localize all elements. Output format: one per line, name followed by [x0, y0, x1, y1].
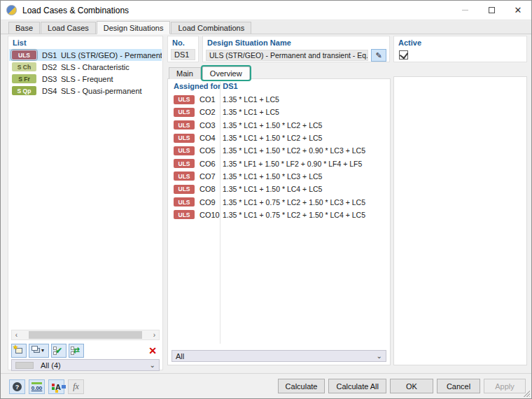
minimize-button	[451, 1, 478, 20]
renumber-button[interactable]: ⇄	[69, 344, 84, 358]
combination-row[interactable]: ULS CO9 1.35 * LC1 + 0.75 * LC2 + 1.50 *…	[169, 195, 389, 208]
combination-row[interactable]: ULS CO7 1.35 * LC1 + 1.50 * LC3 + LC5	[169, 170, 389, 183]
combination-formula: 1.35 * LC1 + 1.50 * LC2 + 0.90 * LC3 + L…	[223, 146, 365, 155]
design-situation-name-box: Design Situation Name ULS (STR/GEO) - Pe…	[202, 36, 390, 62]
combination-formula: 1.35 * LC1 + LC5	[223, 95, 279, 104]
combination-id: CO1	[200, 95, 223, 104]
maximize-button[interactable]	[478, 1, 505, 20]
display-settings-button[interactable]: A	[48, 379, 64, 394]
design-situation-item[interactable]: S Qp DS4 SLS - Quasi-permanent	[9, 85, 162, 97]
design-type-badge: S Fr	[12, 74, 36, 83]
active-box: Active	[393, 36, 527, 62]
combination-id: CO8	[200, 185, 223, 193]
combination-row[interactable]: ULS CO1 1.35 * LC1 + LC5	[169, 93, 389, 106]
uls-badge: ULS	[174, 210, 195, 219]
design-situation-name-label: Design Situation Name	[203, 36, 389, 48]
dialog-buttons: CalculateCalculate AllOKCancelApply	[278, 379, 526, 393]
uls-badge: ULS	[174, 95, 195, 104]
combination-row[interactable]: ULS CO6 1.35 * LF1 + 1.50 * LF2 + 0.90 *…	[169, 157, 389, 169]
chevron-down-icon: ⌄	[377, 353, 382, 360]
delete-icon: ✕	[148, 345, 157, 356]
design-situation-name: ULS (STR/GEO) - Permanent and transient …	[61, 51, 162, 59]
main-tab[interactable]: Load Cases	[41, 22, 96, 34]
list-filter-dropdown[interactable]: All (4) ⌄	[11, 359, 160, 371]
design-situation-item[interactable]: ULS DS1 ULS (STR/GEO) - Permanent and tr…	[9, 49, 162, 61]
checkboxes-icon	[71, 346, 74, 350]
function-button[interactable]: fx	[68, 379, 84, 394]
design-situation-name-field: ULS (STR/GEO) - Permanent and transient …	[206, 50, 368, 61]
uls-badge: ULS	[174, 197, 195, 206]
combination-formula: 1.35 * LC1 + 0.75 * LC2 + 1.50 * LC3 + L…	[223, 198, 365, 206]
dialog-button[interactable]: Calculate All	[328, 379, 386, 393]
design-situation-item[interactable]: S Ch DS2 SLS - Characteristic	[9, 61, 162, 73]
number-label: No.	[168, 36, 198, 48]
combination-row[interactable]: ULS CO10 1.35 * LC1 + 0.75 * LC2 + 1.50 …	[169, 209, 389, 221]
new-item-button[interactable]: ★	[11, 344, 27, 358]
design-situation-id: DS2	[42, 63, 61, 71]
combination-formula: 1.35 * LF1 + 1.50 * LF2 + 0.90 * LF4 + L…	[223, 160, 362, 168]
list-panel: List ULS DS1 ULS (STR/GEO) - Permanent a…	[8, 36, 163, 370]
combination-formula: 1.35 * LC1 + 1.50 * LC2 + LC5	[223, 121, 322, 130]
main-tab[interactable]: Base	[8, 22, 40, 34]
combination-id: CO4	[200, 134, 223, 142]
footer-icon-toolbar: ? 0.00 A fx	[9, 379, 84, 394]
main-tab[interactable]: Design Situations	[97, 21, 171, 34]
minimize-icon	[462, 10, 468, 10]
sub-tab-strip: MainOverview	[169, 66, 250, 79]
design-situation-item[interactable]: S Fr DS3 SLS - Frequent	[9, 73, 162, 85]
close-button[interactable]: ✕	[505, 1, 531, 20]
overview-filter-value: All	[176, 352, 184, 360]
active-checkbox[interactable]	[399, 50, 408, 59]
design-type-badge: ULS	[12, 50, 36, 59]
combination-id: CO2	[200, 108, 223, 116]
help-button[interactable]: ?	[9, 379, 25, 394]
horizontal-scrollbar[interactable]: ‹ ›	[11, 330, 160, 340]
sub-tab[interactable]: Overview	[202, 66, 250, 80]
dialog-button[interactable]: Apply	[484, 379, 526, 393]
app-icon	[6, 5, 17, 15]
window-title: Load Cases & Combinations	[22, 6, 129, 15]
overview-filter-dropdown[interactable]: All ⌄	[172, 350, 386, 362]
combination-row[interactable]: ULS CO8 1.35 * LC1 + 1.50 * LC4 + LC5	[169, 183, 389, 195]
combination-row[interactable]: ULS CO3 1.35 * LC1 + 1.50 * LC2 + LC5	[169, 119, 389, 132]
scroll-right-icon[interactable]: ›	[150, 331, 159, 340]
combination-row[interactable]: ULS CO4 1.35 * LC1 + 1.50 * LC2 + LC5	[169, 132, 389, 144]
main-tab[interactable]: Load Combinations	[171, 22, 251, 34]
design-situation-name: SLS - Characteristic	[61, 63, 162, 71]
display-colors-icon: A	[52, 383, 61, 391]
design-situation-list: ULS DS1 ULS (STR/GEO) - Permanent and tr…	[9, 49, 162, 97]
uls-badge: ULS	[174, 185, 195, 194]
sub-tab[interactable]: Main	[169, 67, 201, 79]
scroll-left-icon[interactable]: ‹	[12, 331, 21, 340]
combination-formula: 1.35 * LC1 + 1.50 * LC4 + LC5	[223, 185, 322, 193]
select-all-button[interactable]: ✔	[51, 344, 66, 358]
number-field: DS1	[171, 49, 195, 60]
combination-id: CO10	[200, 211, 223, 219]
delete-button[interactable]: ✕	[146, 344, 160, 358]
uls-badge: ULS	[174, 134, 195, 143]
dialog-button[interactable]: Cancel	[437, 379, 480, 393]
dialog-button[interactable]: OK	[390, 379, 433, 393]
combination-formula: 1.35 * LC1 + 1.50 * LC3 + LC5	[223, 172, 322, 181]
titlebar[interactable]: Load Cases & Combinations ✕	[1, 1, 531, 20]
window-controls: ✕	[451, 1, 531, 20]
combination-row[interactable]: ULS CO2 1.35 * LC1 + LC5	[169, 106, 389, 118]
resize-grip[interactable]	[522, 389, 530, 397]
uls-badge: ULS	[174, 172, 195, 181]
assigned-header: Assigned for DS1	[168, 79, 390, 91]
detail-empty-panel	[393, 76, 527, 365]
combination-formula: 1.35 * LC1 + 0.75 * LC2 + 1.50 * LC4 + L…	[223, 211, 365, 219]
copy-item-button[interactable]: ▾	[29, 344, 49, 358]
combination-formula: 1.35 * LC1 + 1.50 * LC2 + LC5	[223, 134, 322, 142]
dialog-button[interactable]: Calculate	[278, 379, 326, 393]
scrollbar-track[interactable]	[21, 330, 150, 340]
chevron-down-icon: ⌄	[150, 362, 155, 369]
number-box: No. DS1	[167, 36, 199, 62]
edit-name-button[interactable]: ✎	[371, 49, 386, 62]
scrollbar-thumb[interactable]	[29, 331, 142, 339]
list-filter-value: All (4)	[41, 361, 61, 370]
units-decimals-button[interactable]: 0.00	[29, 379, 45, 394]
list-toolbar: ★ ▾ ✔ ⇄ ✕	[11, 343, 160, 358]
combination-row[interactable]: ULS CO5 1.35 * LC1 + 1.50 * LC2 + 0.90 *…	[169, 144, 389, 157]
uls-badge: ULS	[174, 120, 195, 130]
